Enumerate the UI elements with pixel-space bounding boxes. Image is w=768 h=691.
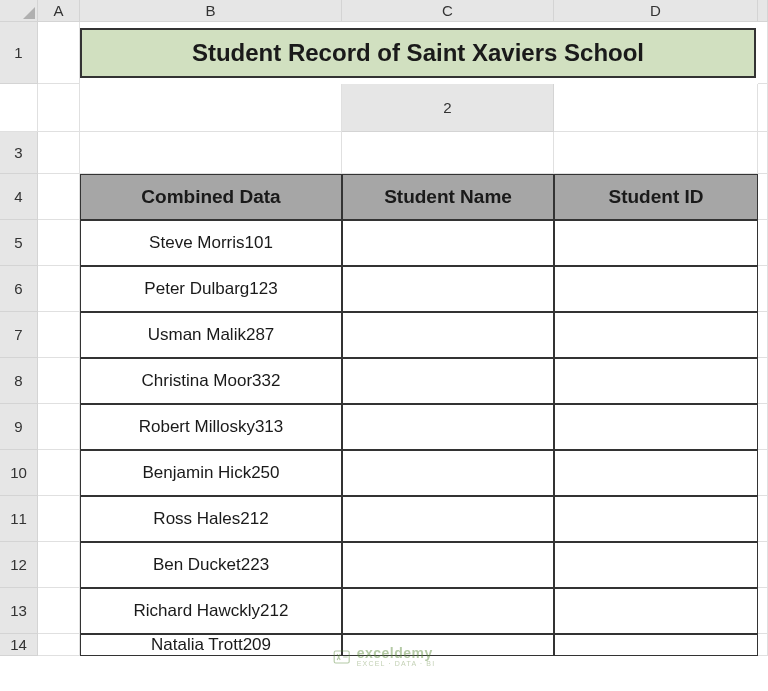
table-cell-name[interactable] [342, 404, 554, 450]
col-header-B[interactable]: B [80, 0, 342, 22]
table-cell-combined[interactable]: Ross Hales212 [80, 496, 342, 542]
row-header-13[interactable]: 13 [0, 588, 38, 634]
cell-A6[interactable] [38, 266, 80, 312]
table-cell-name[interactable] [342, 358, 554, 404]
table-cell-id[interactable] [554, 266, 758, 312]
cell-A8[interactable] [38, 358, 80, 404]
cell-B3[interactable] [80, 132, 342, 174]
table-cell-name[interactable] [342, 496, 554, 542]
table-cell-name[interactable] [342, 266, 554, 312]
table-cell-combined[interactable]: Ben Ducket223 [80, 542, 342, 588]
select-all-corner[interactable] [0, 0, 38, 22]
table-cell-id[interactable] [554, 588, 758, 634]
col-header-D[interactable]: D [554, 0, 758, 22]
cell-C1[interactable] [0, 84, 38, 132]
row-header-12[interactable]: 12 [0, 542, 38, 588]
table-cell-combined[interactable]: Christina Moor332 [80, 358, 342, 404]
row-header-8[interactable]: 8 [0, 358, 38, 404]
exceldemy-logo-icon [333, 648, 351, 666]
table-cell-combined[interactable]: Robert Millosky313 [80, 404, 342, 450]
cell-extra11[interactable] [758, 496, 768, 542]
cell-D1[interactable] [38, 84, 80, 132]
watermark-sub: EXCEL · DATA · BI [357, 660, 436, 667]
row-header-7[interactable]: 7 [0, 312, 38, 358]
cell-extra6[interactable] [758, 266, 768, 312]
table-cell-combined[interactable]: Usman Malik287 [80, 312, 342, 358]
table-cell-name[interactable] [342, 450, 554, 496]
cell-extra10[interactable] [758, 450, 768, 496]
cell-extra8[interactable] [758, 358, 768, 404]
cell-A5[interactable] [38, 220, 80, 266]
cell-A4[interactable] [38, 174, 80, 220]
col-header-A[interactable]: A [38, 0, 80, 22]
row-header-3[interactable]: 3 [0, 132, 38, 174]
col-header-extra[interactable] [758, 0, 768, 22]
table-cell-combined[interactable]: Peter Dulbarg123 [80, 266, 342, 312]
cell-extra9[interactable] [758, 404, 768, 450]
cell-A12[interactable] [38, 542, 80, 588]
table-cell-combined[interactable]: Steve Morris101 [80, 220, 342, 266]
cell-A7[interactable] [38, 312, 80, 358]
table-cell-name[interactable] [342, 312, 554, 358]
table-cell-id[interactable] [554, 220, 758, 266]
cell-D3[interactable] [554, 132, 758, 174]
header-student-id[interactable]: Student ID [554, 174, 758, 220]
cell-A10[interactable] [38, 450, 80, 496]
cell-C3[interactable] [342, 132, 554, 174]
cell-A3[interactable] [38, 132, 80, 174]
cell-extra4[interactable] [758, 174, 768, 220]
col-header-C[interactable]: C [342, 0, 554, 22]
header-student-name[interactable]: Student Name [342, 174, 554, 220]
cell-A1[interactable] [38, 22, 80, 84]
table-cell-id[interactable] [554, 496, 758, 542]
watermark: exceldemy EXCEL · DATA · BI [333, 646, 436, 667]
cell-A9[interactable] [38, 404, 80, 450]
table-cell-id[interactable] [554, 542, 758, 588]
row-header-1[interactable]: 1 [0, 22, 38, 84]
table-cell-name[interactable] [342, 588, 554, 634]
row-header-2[interactable]: 2 [342, 84, 554, 132]
cell-extra7[interactable] [758, 312, 768, 358]
row-header-4[interactable]: 4 [0, 174, 38, 220]
table-cell-id[interactable] [554, 450, 758, 496]
cell-extra1[interactable] [80, 84, 342, 132]
cell-A14[interactable] [38, 634, 80, 656]
row-header-6[interactable]: 6 [0, 266, 38, 312]
row-header-14[interactable]: 14 [0, 634, 38, 656]
cell-A11[interactable] [38, 496, 80, 542]
table-cell-id[interactable] [554, 634, 758, 656]
table-cell-id[interactable] [554, 358, 758, 404]
cell-extra2[interactable] [758, 84, 768, 132]
cell-extra14[interactable] [758, 634, 768, 656]
watermark-main: exceldemy [357, 646, 436, 660]
row-header-9[interactable]: 9 [0, 404, 38, 450]
cell-extra5[interactable] [758, 220, 768, 266]
table-cell-combined[interactable]: Natalia Trott209 [80, 634, 342, 656]
row-header-11[interactable]: 11 [0, 496, 38, 542]
cell-extra13[interactable] [758, 588, 768, 634]
row-header-5[interactable]: 5 [0, 220, 38, 266]
spreadsheet-grid: A B C D 1 2 Student Record of Saint Xavi… [0, 0, 768, 656]
header-combined-data[interactable]: Combined Data [80, 174, 342, 220]
title-merged-cell[interactable]: Student Record of Saint Xaviers School [80, 28, 756, 78]
cell-B1[interactable] [758, 22, 768, 84]
table-cell-name[interactable] [342, 220, 554, 266]
cell-extra3[interactable] [758, 132, 768, 174]
cell-A2[interactable] [554, 84, 758, 132]
table-cell-id[interactable] [554, 312, 758, 358]
cell-A13[interactable] [38, 588, 80, 634]
row-header-10[interactable]: 10 [0, 450, 38, 496]
table-cell-id[interactable] [554, 404, 758, 450]
table-cell-name[interactable] [342, 542, 554, 588]
table-cell-combined[interactable]: Richard Hawckly212 [80, 588, 342, 634]
cell-extra12[interactable] [758, 542, 768, 588]
table-cell-combined[interactable]: Benjamin Hick250 [80, 450, 342, 496]
